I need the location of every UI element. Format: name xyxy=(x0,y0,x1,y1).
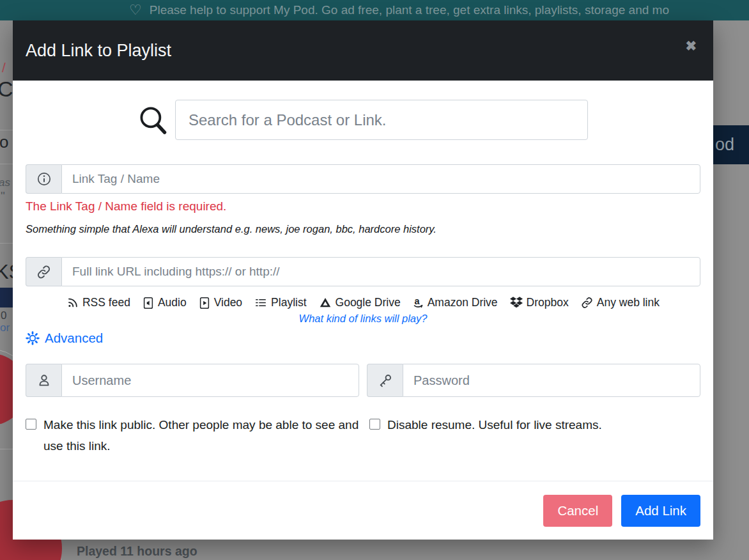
google-drive-icon xyxy=(319,297,332,309)
support-banner[interactable]: ♡ Please help to support My Pod. Go ad f… xyxy=(0,0,749,20)
link-type-label: Playlist xyxy=(271,296,306,309)
modal-title: Add Link to Playlist xyxy=(26,41,685,61)
section-header-bar xyxy=(0,288,13,307)
search-row xyxy=(26,100,700,140)
user-icon xyxy=(26,364,61,397)
heart-icon: ♡ xyxy=(129,3,142,17)
options-row: Make this link public. Other people may … xyxy=(26,414,700,456)
search-icon xyxy=(138,105,168,135)
modal-header: Add Link to Playlist ✖ xyxy=(13,20,713,81)
page-text-fragment: o xyxy=(0,132,8,152)
link-type-amazon-drive: a Amazon Drive xyxy=(413,296,498,309)
disable-resume-label: Disable resume. Useful for live streams. xyxy=(387,414,602,456)
what-links-play-link[interactable]: What kind of links will play? xyxy=(299,313,428,324)
link-type-any-web-link: Any web link xyxy=(581,296,660,309)
info-icon xyxy=(26,164,61,194)
divider xyxy=(0,243,13,244)
search-input[interactable] xyxy=(175,100,588,140)
link-type-label: Any web link xyxy=(597,296,660,309)
modal-footer: Cancel Add Link xyxy=(13,481,713,540)
public-link-label: Make this link public. Other people may … xyxy=(43,414,362,456)
svg-text:a: a xyxy=(414,296,420,306)
link-types-row: RSS feed Audio Video xyxy=(26,296,700,309)
close-icon[interactable]: ✖ xyxy=(685,39,697,52)
link-type-dropbox: Dropbox xyxy=(510,296,569,309)
playlist-icon xyxy=(254,297,267,309)
advanced-label: Advanced xyxy=(45,331,103,346)
key-icon xyxy=(367,364,403,397)
link-url-group xyxy=(26,257,700,286)
link-type-label: Dropbox xyxy=(527,296,569,309)
modal-body: The Link Tag / Name field is required. S… xyxy=(13,100,713,456)
username-group xyxy=(26,364,359,397)
link-type-audio: Audio xyxy=(143,296,187,309)
link-type-label: Amazon Drive xyxy=(428,296,498,309)
link-type-label: Audio xyxy=(158,296,187,309)
support-banner-text: Please help to support My Pod. Go ad fre… xyxy=(150,3,669,17)
link-type-video: Video xyxy=(199,296,242,309)
played-status: Played 11 hours ago xyxy=(77,544,197,559)
cancel-button[interactable]: Cancel xyxy=(543,495,612,527)
link-type-label: Video xyxy=(214,296,242,309)
add-link-modal: Add Link to Playlist ✖ xyxy=(13,20,713,540)
link-url-input[interactable] xyxy=(61,257,700,286)
username-field[interactable] xyxy=(61,364,359,397)
link-type-label: Google Drive xyxy=(336,296,401,309)
audio-file-icon xyxy=(143,297,154,309)
page-text-fragment: " xyxy=(1,189,5,203)
advanced-toggle[interactable]: Advanced xyxy=(26,331,103,346)
add-to-mypod-button-fragment[interactable]: od xyxy=(713,125,749,164)
link-types-help-row: What kind of links will play? xyxy=(26,313,700,325)
divider xyxy=(0,130,13,130)
count-fragment: 0 xyxy=(1,309,6,322)
breadcrumb: / xyxy=(2,60,6,75)
link-tag-hint: Something simple that Alexa will underst… xyxy=(26,223,700,235)
video-file-icon xyxy=(199,297,210,309)
link-fragment: or xyxy=(0,322,10,334)
link-type-playlist: Playlist xyxy=(254,296,306,309)
add-link-button[interactable]: Add Link xyxy=(621,495,700,527)
link-icon xyxy=(26,257,61,286)
page-text-fragment: as xyxy=(0,176,10,189)
amazon-drive-icon: a xyxy=(413,296,424,309)
password-field[interactable] xyxy=(403,364,700,397)
link-type-google-drive: Google Drive xyxy=(319,296,401,309)
link-tag-error: The Link Tag / Name field is required. xyxy=(26,199,700,214)
link-type-rss: RSS feed xyxy=(66,296,130,309)
credentials-row xyxy=(26,364,700,397)
link-type-label: RSS feed xyxy=(82,296,130,309)
link-tag-group xyxy=(26,164,700,194)
password-group xyxy=(367,364,700,397)
divider xyxy=(0,164,13,164)
disable-resume-checkbox[interactable] xyxy=(369,419,380,430)
disable-resume-option: Disable resume. Useful for live streams. xyxy=(369,414,700,456)
gear-icon xyxy=(26,331,40,345)
page-heading-fragment: C xyxy=(0,77,13,102)
dropbox-icon xyxy=(510,297,523,309)
link-tag-input[interactable] xyxy=(61,164,700,194)
rss-icon xyxy=(66,297,79,309)
any-web-link-icon xyxy=(581,297,593,309)
public-link-checkbox[interactable] xyxy=(26,419,36,430)
public-link-option: Make this link public. Other people may … xyxy=(26,414,362,456)
